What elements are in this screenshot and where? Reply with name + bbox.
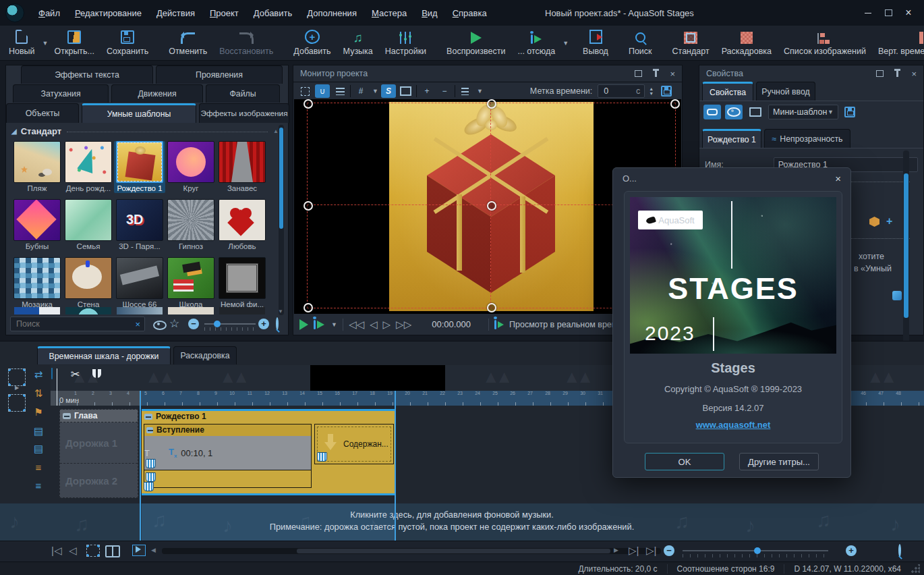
menu-wizards[interactable]: Мастера [364,1,414,25]
zoom-out-button[interactable]: − [188,319,199,329]
shuffle-icon[interactable]: ⇄ [31,368,46,381]
timeline-zoom-thumb[interactable] [754,547,761,554]
properties-maximize-icon[interactable] [876,70,884,77]
time-spin-down-icon[interactable]: ▼ [649,91,654,96]
slider-thumb[interactable] [214,321,221,327]
tab-image-effects[interactable]: Эффекты изображения [199,103,289,123]
select-tool-icon[interactable] [297,84,312,98]
monitor-maximize-icon[interactable] [635,70,642,77]
template-birthday[interactable]: День рожд... [63,141,114,192]
new-button[interactable]: Новый [3,26,41,60]
transport-play-from-icon[interactable] [314,320,324,329]
new-dropdown-arrow[interactable]: ▼ [42,40,49,47]
zoom-selection-icon[interactable] [86,545,100,557]
insert-order-icon[interactable]: ⇅ [31,387,46,400]
favorites-star-icon[interactable]: ☆ [169,317,179,331]
intro-chapter-object[interactable]: Вступление T Tx 00:10, 1 [144,424,312,488]
tab-smart-templates[interactable]: Умные шаблоны [82,103,196,123]
music-track[interactable]: ♪♫ ♫♪ ♫♪ ♫♪ ♫♪ Кликните здесь, для добав… [0,503,924,541]
redo-button[interactable]: Восстановить [213,26,279,60]
skip-start-icon[interactable]: ◁◁ [349,319,364,331]
smart-template-icon[interactable] [892,291,902,300]
duplicate-icon[interactable]: ▤ [31,443,46,455]
menu-project[interactable]: Проект [202,1,246,25]
tab-storyboard[interactable]: Раскадровка [173,346,237,364]
chapter-header[interactable]: Глава [60,410,138,422]
properties-close-icon[interactable]: × [911,70,917,78]
skip-end-icon[interactable]: ▷▷ [396,319,411,331]
time-mark-input[interactable] [602,86,628,97]
resize-grip[interactable] [911,564,920,574]
menu-help[interactable]: Справка [445,1,494,25]
template-family[interactable]: Семья [63,199,114,250]
grid-dropdown-arrow[interactable]: ▼ [372,88,378,94]
other-credits-button[interactable]: Другие титры... [739,453,819,470]
preview-eye-icon[interactable] [153,321,167,330]
template-3d[interactable]: 3D - Паря... [114,199,165,250]
selection-handle-bottom-center[interactable] [487,303,496,312]
frame-icon[interactable] [399,84,413,98]
vertical-timeline-button[interactable]: Верт. временная шкала [872,26,924,60]
flag-tool-icon[interactable]: ⚑ [31,406,46,418]
visibility-eye-icon[interactable] [725,105,743,119]
template-school[interactable]: Школа [165,257,216,308]
tab-objects[interactable]: Объекты [6,103,79,123]
go-last-chapter-icon[interactable]: ▷| [646,545,656,557]
thumbnail-size-slider[interactable] [204,323,256,325]
content-chapter-object[interactable]: Содержан... [314,424,394,464]
template-thumbnail-partial[interactable] [65,307,111,314]
template-thumbnail-partial[interactable] [117,307,163,314]
prev-frame-icon[interactable]: ◁ [370,319,378,331]
keyframe-flag-icon[interactable] [317,452,327,462]
grid-icon[interactable]: # [353,84,368,98]
template-circle[interactable]: Круг [165,141,216,192]
cube-3d-icon[interactable] [869,217,879,227]
go-prev-chapter-icon[interactable]: ◁ [69,545,77,557]
track1-label-row[interactable]: Дорожка 1 [60,422,138,464]
export-button[interactable]: Вывод [577,26,614,60]
template-wall[interactable]: Стена [63,257,114,308]
copy-icon[interactable]: ▤ [31,425,46,437]
selection-handle-top-center[interactable] [487,99,496,109]
collapse-intro-icon[interactable] [146,427,153,433]
go-next-chapter-icon[interactable]: ▷| [629,545,639,557]
fit-selection-icon[interactable] [8,368,26,386]
timeline-zoom-out-button[interactable]: − [664,545,674,556]
template-curtain[interactable]: Занавес [216,141,268,192]
tab-reveals[interactable]: Проявления [156,65,283,84]
menu-file[interactable]: Файл [31,1,67,25]
selection-handle-bottom-left[interactable] [304,303,313,312]
add-keyframe-icon[interactable]: + [420,84,434,98]
chapter-object-christmas[interactable]: Рождество 1 Вступление T Tx 00:10, 1 Сод… [142,409,396,495]
remove-keyframe-icon[interactable]: − [437,84,452,98]
pointer-mode-icon[interactable] [132,545,146,556]
horizontal-scrollbar-thumb[interactable] [297,549,610,553]
template-thumbnail-partial[interactable] [168,307,214,314]
intro-track2-lane[interactable] [144,470,311,487]
storyboard-layout-button[interactable]: Раскадровка [716,26,778,60]
link-icon[interactable] [703,105,721,119]
collapse-item-icon[interactable] [144,414,152,420]
move-cross-icon[interactable]: + [886,215,892,227]
selection-handle-center[interactable] [487,201,496,211]
clear-search-icon[interactable]: × [135,319,140,329]
properties-pin-icon[interactable] [896,71,898,77]
book-view-icon[interactable] [105,545,120,557]
zoom-reset-icon[interactable] [275,319,280,329]
templates-scrollbar[interactable] [279,125,284,315]
layers-icon[interactable] [333,84,347,98]
menu-view[interactable]: Вид [414,1,445,25]
transport-play-icon[interactable] [299,319,308,330]
subtab-opacity[interactable]: ≈Непрозрачность [764,129,850,148]
timeline-zoom-in-button[interactable]: + [846,545,857,556]
template-thumbnail-partial[interactable] [219,307,265,314]
about-close-icon[interactable]: × [835,173,841,184]
selection-handle-top-left[interactable] [304,99,313,109]
keyframe-flag-icon[interactable] [144,482,154,491]
scroll-left-icon[interactable]: ◀ [151,547,156,553]
mini-template-dropdown[interactable]: Мини-шаблон▼ [768,105,838,119]
template-love[interactable]: Любовь [216,199,268,250]
image-list-button[interactable]: Список изображений [778,26,872,60]
play-button[interactable]: Воспроизвести [440,26,511,60]
monitor-pin-icon[interactable] [655,71,657,77]
